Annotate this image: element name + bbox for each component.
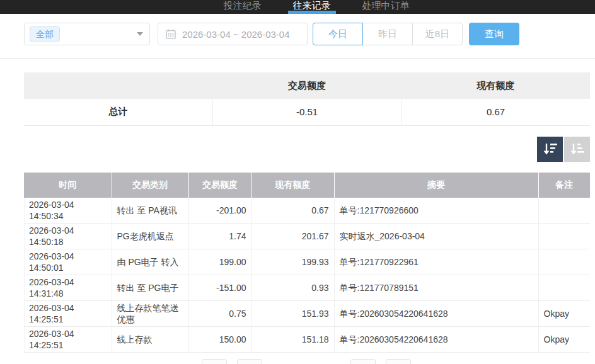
col-header-balance: 现有额度 [251,173,334,198]
sort-controls [24,137,590,162]
cell-type: 线上存款 [112,326,188,352]
tab-label: 处理中订单 [362,0,410,11]
table-row: 2026-03-04 14:25:51 线上存款 150.00 151.18 单… [24,326,590,352]
table-header-row: 时间 交易类别 交易额度 现有额度 摘要 备注 [24,173,590,198]
cell-balance: 0.93 [251,275,334,300]
cell-note [538,198,590,224]
cell-balance: 201.67 [251,223,334,249]
cell-trade-amount: -151.00 [188,275,251,300]
cell-time: 2026-03-04 14:50:34 [24,198,112,224]
cell-type: 由 PG电子 转入 [112,249,188,275]
yesterday-button[interactable]: 昨日 [362,23,413,45]
sort-ascending-button[interactable] [564,137,590,162]
type-select[interactable]: 全部 [24,23,150,45]
cell-balance: 151.18 [251,326,334,352]
cell-trade-amount: -201.00 [188,198,251,224]
date-range-value: 2026-03-04 ~ 2026-03-04 [182,29,290,40]
table-row: 2026-03-04 14:50:34 转出 至 PA视讯 -201.00 0.… [24,198,590,224]
cell-balance: 0.67 [251,198,334,224]
cell-time: 2026-03-04 14:31:48 [24,275,112,300]
cell-type: PG老虎机返点 [112,223,188,249]
pagination-button[interactable] [202,359,227,364]
pagination-button[interactable] [386,359,411,364]
sort-ascending-icon [570,142,585,156]
table-row: 2026-03-04 14:25:51 线上存款笔笔送优惠 0.75 151.9… [24,300,590,326]
cell-balance: 199.93 [251,249,334,275]
cell-summary: 实时返水_2026-03-04 [334,223,538,249]
cell-note [538,223,590,249]
col-header-note: 备注 [538,173,590,198]
last-8-days-button[interactable]: 近8日 [412,23,463,45]
cell-summary: 单号:121770926600 [334,198,538,224]
col-header-trade-amount: 交易额度 [188,173,251,198]
pagination-button[interactable] [350,359,376,364]
col-header-summary: 摘要 [334,173,538,198]
filter-bar: 全部 2026-03-04 ~ 2026-03-04 今日 昨日 近8日 查询 [24,23,595,45]
cell-note [538,249,590,275]
cell-note: Okpay [538,326,590,352]
summary-trade-header: 交易额度 [212,72,401,99]
sort-descending-button[interactable] [537,137,563,162]
calendar-icon [166,29,176,39]
table-row: 2026-03-04 14:50:01 由 PG电子 转入 199.00 199… [24,249,590,275]
cell-time: 2026-03-04 14:25:51 [24,326,112,352]
summary-total-row: 总计 -0.51 0.67 [24,99,590,125]
cell-trade-amount: 150.00 [188,326,251,352]
pagination-button[interactable] [237,359,262,364]
tab-transaction-records[interactable]: 往来记录 [291,0,333,14]
cell-trade-amount: 1.74 [188,223,251,249]
cell-summary: 单号:202603054220641628 [334,300,538,326]
summary-trade-total: -0.51 [212,99,401,125]
cell-summary: 单号:202603054220641628 [334,326,538,352]
summary-total-label: 总计 [24,99,212,125]
active-tab-underline [288,11,336,14]
summary-empty-header [24,72,212,99]
today-button[interactable]: 今日 [313,23,363,45]
cell-trade-amount: 0.75 [188,300,251,326]
cell-type: 线上存款笔笔送优惠 [112,300,188,326]
cell-time: 2026-03-04 14:50:01 [24,249,112,275]
section-divider [0,58,595,59]
tab-bet-records[interactable]: 投注纪录 [221,0,264,14]
summary-balance-header: 现有额度 [401,72,590,99]
transactions-table: 时间 交易类别 交易额度 现有额度 摘要 备注 2026-03-04 14:50… [24,173,590,353]
col-header-type: 交易类别 [112,173,188,198]
tab-label: 往来记录 [293,0,331,11]
date-range-picker[interactable]: 2026-03-04 ~ 2026-03-04 [158,23,308,45]
cell-note [538,275,590,300]
tab-label: 投注纪录 [224,0,262,11]
table-row: 2026-03-04 14:31:48 转出 至 PG电子 -151.00 0.… [24,275,590,300]
col-header-time: 时间 [24,173,112,198]
summary-header-row: 交易额度 现有额度 [24,72,590,99]
cell-time: 2026-03-04 14:25:51 [24,300,112,326]
summary-balance-total: 0.67 [401,99,590,125]
cell-type: 转出 至 PA视讯 [112,198,188,224]
cell-summary: 单号:121770922961 [334,249,538,275]
chevron-down-icon [137,32,143,36]
cell-time: 2026-03-04 14:50:18 [24,223,112,249]
tab-processing-orders[interactable]: 处理中订单 [360,0,412,14]
selected-type-tag[interactable]: 全部 [30,26,60,42]
cell-balance: 151.93 [251,300,334,326]
transaction-records-page: 投注纪录 往来记录 处理中订单 全部 2026-03-04 ~ 2026-03-… [0,0,595,364]
sort-descending-icon [543,142,558,156]
cell-type: 转出 至 PG电子 [112,275,188,300]
search-button[interactable]: 查询 [469,23,519,45]
top-tab-bar: 投注纪录 往来记录 处理中订单 [0,0,595,14]
cell-summary: 单号:121770789151 [334,275,538,300]
cell-trade-amount: 199.00 [188,249,251,275]
cell-note: Okpay [538,300,590,326]
table-row: 2026-03-04 14:50:18 PG老虎机返点 1.74 201.67 … [24,223,590,249]
quick-date-button-group: 今日 昨日 近8日 [313,23,463,45]
summary-table: 交易额度 现有额度 总计 -0.51 0.67 [24,72,590,126]
